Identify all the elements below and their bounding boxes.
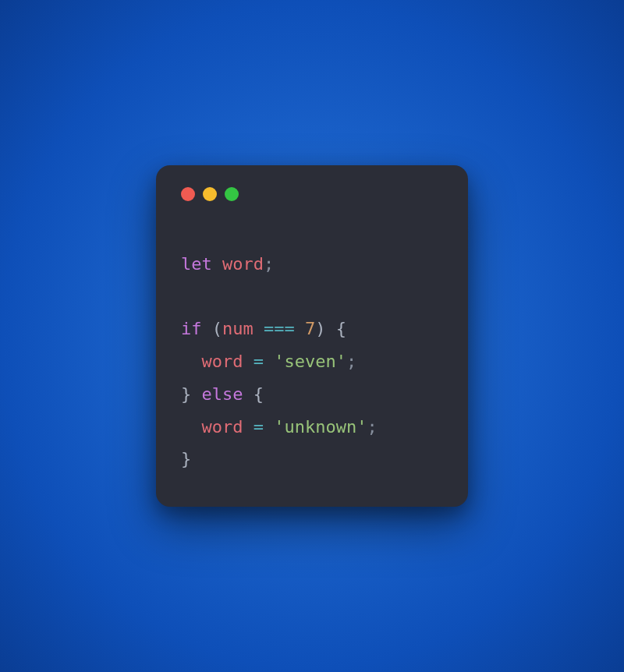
identifier: num (222, 319, 254, 338)
operator-assign: = (254, 352, 264, 371)
keyword-let: let (181, 254, 212, 274)
maximize-icon[interactable] (225, 187, 239, 201)
code-line: word = 'unknown'; (181, 417, 378, 437)
semicolon: ; (346, 352, 356, 371)
lbrace: { (336, 319, 346, 338)
code-editor[interactable]: let word; if (num === 7) { word = 'seven… (181, 248, 443, 476)
lbrace: { (254, 384, 264, 404)
lparen: ( (212, 319, 222, 338)
code-window: let word; if (num === 7) { word = 'seven… (156, 165, 468, 508)
operator-assign: = (254, 417, 264, 437)
string-literal: 'unknown' (274, 417, 367, 437)
semicolon: ; (264, 254, 274, 274)
code-line: word = 'seven'; (181, 352, 356, 371)
keyword-else: else (202, 384, 243, 404)
rbrace: } (181, 449, 191, 469)
identifier: word (222, 254, 264, 274)
code-line: if (num === 7) { (181, 319, 346, 338)
code-line: } else { (181, 384, 264, 404)
operator-equals: === (264, 319, 295, 338)
string-literal: 'seven' (274, 352, 346, 371)
keyword-if: if (181, 319, 202, 338)
rparen: ) (315, 319, 325, 338)
identifier: word (202, 352, 243, 371)
code-line: } (181, 449, 191, 469)
identifier: word (202, 417, 243, 437)
rbrace: } (181, 384, 191, 404)
code-line: let word; (181, 254, 274, 274)
close-icon[interactable] (181, 187, 195, 201)
number-literal: 7 (305, 319, 315, 338)
minimize-icon[interactable] (203, 187, 217, 201)
semicolon: ; (367, 417, 377, 437)
traffic-lights (181, 187, 443, 201)
